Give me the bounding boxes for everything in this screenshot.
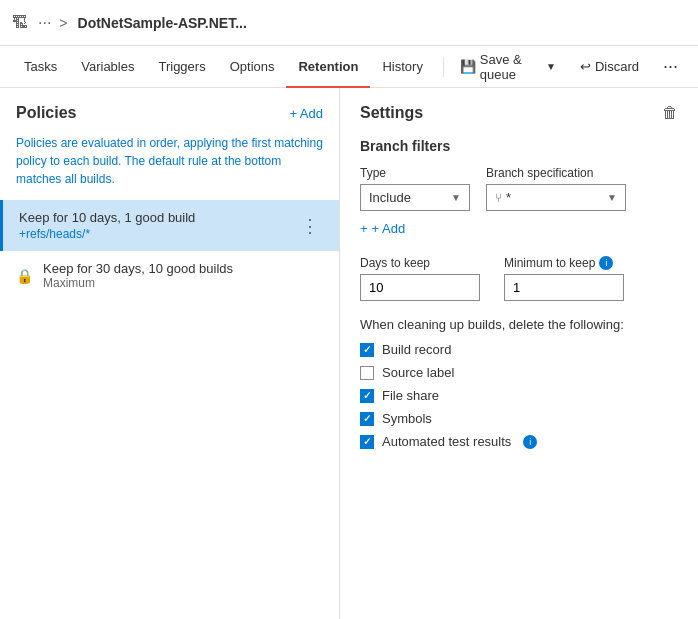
build-record-label: Build record <box>382 342 451 357</box>
days-to-keep-group: Days to keep <box>360 256 480 301</box>
add-filter-button[interactable]: + + Add <box>360 221 405 236</box>
nav-item-variables[interactable]: Variables <box>69 46 146 88</box>
nav-more-button[interactable]: ··· <box>655 52 686 81</box>
add-policy-button[interactable]: + Add <box>289 106 323 121</box>
add-filter-plus-icon: + <box>360 221 368 236</box>
lock-icon: 🔒 <box>16 268 33 284</box>
breadcrumb-arrow: > <box>59 15 67 31</box>
build-record-checkbox[interactable] <box>360 343 374 357</box>
breadcrumb-dots[interactable]: ··· <box>38 14 51 32</box>
type-value: Include <box>369 190 411 205</box>
locked-policy-item[interactable]: 🔒 Keep for 30 days, 10 good builds Maxim… <box>0 251 339 300</box>
branch-spec-select[interactable]: ⑂ * ▼ <box>486 184 626 211</box>
main-content: Policies + Add Policies are evaluated in… <box>0 88 698 619</box>
build-icon: 🏗 <box>12 14 28 32</box>
branch-filters-title: Branch filters <box>360 138 678 154</box>
nav-bar: Tasks Variables Triggers Options Retenti… <box>0 46 698 88</box>
automated-test-results-info-icon[interactable]: i <box>523 435 537 449</box>
checkbox-file-share[interactable]: File share <box>360 388 678 403</box>
minimum-to-keep-group: Minimum to keep i <box>504 256 624 301</box>
file-share-checkbox[interactable] <box>360 389 374 403</box>
settings-header: Settings 🗑 <box>360 104 678 122</box>
discard-button[interactable]: ↩ Discard <box>572 55 647 78</box>
settings-title: Settings <box>360 104 423 122</box>
days-to-keep-label: Days to keep <box>360 256 480 270</box>
cleanup-section: When cleaning up builds, delete the foll… <box>360 317 678 449</box>
branch-spec-icon: ⑂ <box>495 191 502 205</box>
locked-policy-sub: Maximum <box>43 276 323 290</box>
policies-title: Policies <box>16 104 76 122</box>
type-label: Type <box>360 166 470 180</box>
cleanup-title: When cleaning up builds, delete the foll… <box>360 317 678 332</box>
delete-icon[interactable]: 🗑 <box>662 104 678 122</box>
checkbox-symbols[interactable]: Symbols <box>360 411 678 426</box>
policy-more-button[interactable]: ⋮ <box>297 213 323 239</box>
branch-filters-section: Branch filters Type Include ▼ Branch spe… <box>360 138 678 236</box>
left-panel: Policies + Add Policies are evaluated in… <box>0 88 340 619</box>
save-queue-button[interactable]: 💾 Save & queue ▼ <box>452 48 564 86</box>
header: 🏗 ··· > DotNetSample-ASP.NET... <box>0 0 698 46</box>
branch-spec-label: Branch specification <box>486 166 626 180</box>
source-label-label: Source label <box>382 365 454 380</box>
branch-spec-chevron-icon: ▼ <box>607 192 617 203</box>
source-label-checkbox[interactable] <box>360 366 374 380</box>
symbols-checkbox[interactable] <box>360 412 374 426</box>
days-to-keep-input[interactable] <box>360 274 480 301</box>
policy-content: Keep for 10 days, 1 good build +refs/hea… <box>19 210 297 241</box>
locked-policy-content: Keep for 30 days, 10 good builds Maximum <box>43 261 323 290</box>
minimum-to-keep-label: Minimum to keep <box>504 256 595 270</box>
right-panel: Settings 🗑 Branch filters Type Include ▼… <box>340 88 698 619</box>
days-section: Days to keep Minimum to keep i <box>360 256 678 301</box>
filter-row: Type Include ▼ Branch specification ⑂ * … <box>360 166 678 211</box>
file-share-label: File share <box>382 388 439 403</box>
panel-header: Policies + Add <box>0 88 339 130</box>
nav-item-triggers[interactable]: Triggers <box>146 46 217 88</box>
page-title: DotNetSample-ASP.NET... <box>78 15 247 31</box>
symbols-label: Symbols <box>382 411 432 426</box>
automated-test-results-checkbox[interactable] <box>360 435 374 449</box>
locked-policy-name: Keep for 30 days, 10 good builds <box>43 261 323 276</box>
nav-divider <box>443 57 444 77</box>
checkbox-build-record[interactable]: Build record <box>360 342 678 357</box>
nav-item-history[interactable]: History <box>370 46 434 88</box>
branch-spec-value: * <box>506 190 511 205</box>
type-field-group: Type Include ▼ <box>360 166 470 211</box>
nav-item-retention[interactable]: Retention <box>286 46 370 88</box>
policy-sub: +refs/heads/* <box>19 227 297 241</box>
save-dropdown-arrow[interactable]: ▼ <box>546 61 556 72</box>
nav-actions: 💾 Save & queue ▼ ↩ Discard ··· <box>452 48 686 86</box>
discard-icon: ↩ <box>580 59 591 74</box>
checkbox-source-label[interactable]: Source label <box>360 365 678 380</box>
nav-item-tasks[interactable]: Tasks <box>12 46 69 88</box>
automated-test-results-label: Automated test results <box>382 434 511 449</box>
breadcrumb: 🏗 ··· > DotNetSample-ASP.NET... <box>12 14 247 32</box>
policy-item-selected[interactable]: Keep for 10 days, 1 good build +refs/hea… <box>0 200 339 251</box>
type-select[interactable]: Include ▼ <box>360 184 470 211</box>
policy-description: Policies are evaluated in order, applyin… <box>0 130 339 200</box>
save-icon: 💾 <box>460 59 476 74</box>
policy-name: Keep for 10 days, 1 good build <box>19 210 297 225</box>
nav-item-options[interactable]: Options <box>218 46 287 88</box>
checkbox-automated-test-results[interactable]: Automated test results i <box>360 434 678 449</box>
minimum-info-icon[interactable]: i <box>599 256 613 270</box>
type-chevron-icon: ▼ <box>451 192 461 203</box>
branch-spec-field-group: Branch specification ⑂ * ▼ <box>486 166 626 211</box>
minimum-to-keep-input[interactable] <box>504 274 624 301</box>
